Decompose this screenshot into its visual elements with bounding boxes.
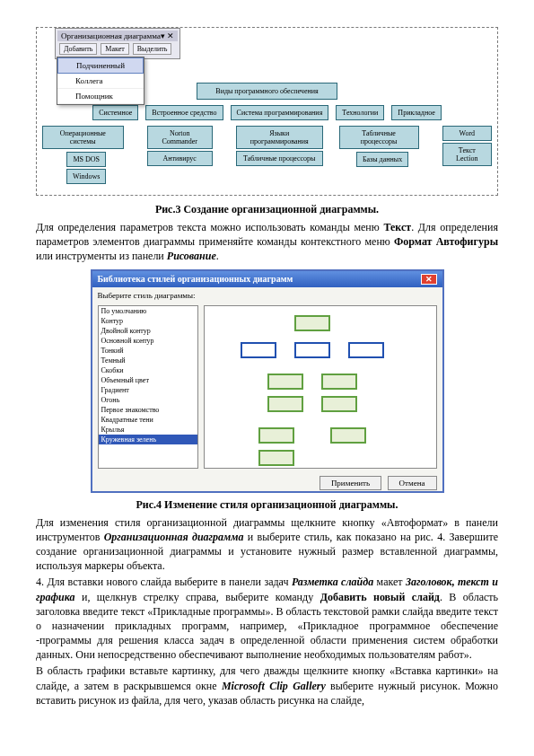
level2-node[interactable]: Прикладное (391, 105, 442, 120)
style-item-selected[interactable]: Кружевная зелень (99, 435, 197, 444)
dropdown-subordinate[interactable]: Подчиненный (57, 57, 144, 74)
leaf-node[interactable]: Языки программирования (236, 126, 323, 149)
dropdown-colleague[interactable]: Коллега (57, 74, 144, 89)
level2-node[interactable]: Встроенное средство (145, 105, 223, 120)
style-item[interactable]: Первое знакомство (99, 405, 197, 415)
leaf-node[interactable]: MS DOS (66, 152, 106, 167)
leaf-node[interactable]: Табличные процессоры (236, 151, 323, 166)
leaf-node[interactable]: Антивирус (147, 151, 213, 166)
dialog-titlebar: Библиотека стилей организационных диагра… (92, 271, 442, 287)
toolbar-close[interactable]: ▾ ✕ (161, 31, 174, 40)
style-item[interactable]: Скобки (99, 365, 197, 375)
preview-node (267, 374, 303, 390)
style-preview (204, 305, 437, 469)
toolbar-btn-select[interactable]: Выделить (133, 43, 172, 55)
style-library-dialog: Библиотека стилей организационных диагра… (91, 269, 444, 493)
leaf-node[interactable]: Windows (66, 169, 106, 184)
toolbar-btn-layout[interactable]: Макет (101, 43, 128, 55)
toolbar-title: Организационная диаграмма ▾ ✕ (57, 31, 178, 41)
style-item[interactable]: Крылья (99, 425, 197, 435)
preview-node (348, 342, 384, 358)
preview-node (258, 450, 294, 466)
paragraph-1: Для определения параметров текста можно … (36, 220, 498, 264)
apply-button[interactable]: Применить (320, 476, 381, 490)
style-item[interactable]: По умолчанию (99, 306, 197, 316)
preview-node (321, 374, 357, 390)
preview-node (294, 342, 330, 358)
dialog-label: Выберите стиль диаграммы: (92, 287, 442, 300)
preview-node (258, 427, 294, 444)
figure-3-caption: Рис.3 Создание организационной диаграммы… (36, 203, 498, 216)
preview-node (321, 396, 357, 412)
level2-node[interactable]: Система программирования (231, 105, 329, 120)
org-diagram-toolbar: Организационная диаграмма ▾ ✕ Добавить М… (55, 28, 180, 59)
preview-node (241, 342, 276, 358)
subnode[interactable]: Табличные процессоры (339, 126, 419, 149)
level2-node[interactable]: Системное (92, 105, 138, 120)
style-list[interactable]: По умолчанию Контур Двойной контур Основ… (98, 305, 198, 469)
style-item[interactable]: Темный (99, 356, 197, 365)
dropdown-assistant[interactable]: Помощник (57, 89, 144, 104)
toolbar-btn-add[interactable]: Добавить (59, 43, 97, 55)
preview-node (330, 427, 366, 444)
level2-node[interactable]: Технологии (336, 105, 384, 120)
subnode[interactable]: Операционные системы (42, 126, 124, 149)
preview-node (294, 315, 330, 331)
paragraph-2: Для изменения стиля организационной диаг… (36, 515, 498, 574)
style-item[interactable]: Двойной контур (99, 326, 197, 336)
figure-3-frame: Организационная диаграмма ▾ ✕ Добавить М… (36, 27, 498, 196)
style-item[interactable]: Квадратные тени (99, 415, 197, 425)
figure-4-caption: Рис.4 Изменение стиля организационной ди… (36, 498, 498, 512)
style-item[interactable]: Контур (99, 316, 197, 326)
preview-node (267, 396, 303, 412)
dialog-title: Библиотека стилей организационных диагра… (98, 274, 293, 285)
paragraph-4: В область графики вставьте картинку, для… (36, 664, 498, 708)
style-item[interactable]: Основной контур (99, 336, 197, 346)
cancel-button[interactable]: Отмена (388, 476, 437, 490)
close-icon[interactable]: ✕ (421, 274, 437, 285)
add-dropdown: Подчиненный Коллега Помощник (57, 57, 144, 105)
style-item[interactable]: Тонкий (99, 346, 197, 356)
style-item[interactable]: Объемный цвет (99, 375, 197, 385)
root-node[interactable]: Виды программного обеспечения (197, 83, 337, 100)
toolbar-title-text: Организационная диаграмма (61, 31, 161, 40)
style-item[interactable]: Градиент (99, 385, 197, 395)
leaf-node[interactable]: Базы данных (356, 152, 408, 167)
style-item[interactable]: Огонь (99, 395, 197, 405)
leaf-node[interactable]: Norton Commander (147, 126, 213, 149)
paragraph-3: 4. Для вставки нового слайда выберите в … (36, 575, 498, 662)
leaf-node[interactable]: Word (442, 126, 492, 141)
leaf-node[interactable]: Текст Lection (442, 143, 492, 166)
